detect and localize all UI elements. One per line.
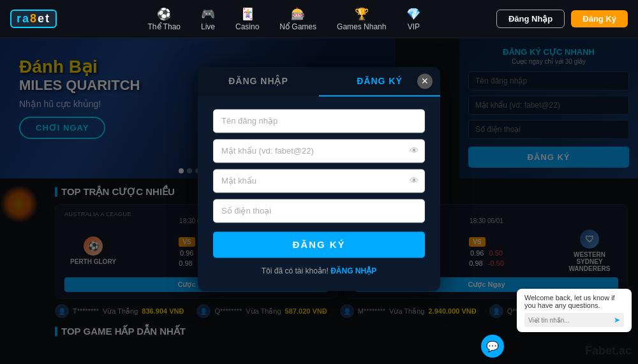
modal-footer: Tôi đã có tài khoản! ĐĂNG NHẬP: [213, 266, 425, 275]
modal-close-button[interactable]: ✕: [417, 73, 433, 89]
modal-body: 👁 👁 ĐĂNG KÝ Tôi đã có tài khoản! ĐĂNG NH…: [198, 96, 440, 291]
chat-message: Welcome back, let us know if you have an…: [524, 294, 624, 309]
vip-icon: 💎: [406, 7, 420, 21]
chat-input[interactable]: [528, 317, 611, 324]
trophy-icon: 🏆: [355, 7, 369, 21]
register-password-input[interactable]: [213, 139, 425, 163]
main-nav: ⚽ Thể Thao 🎮 Live 🃏 Casino 🎰 Nổ Games 🏆 …: [72, 4, 496, 34]
nav-the-thao[interactable]: ⚽ Thể Thao: [139, 4, 189, 34]
tab-login[interactable]: ĐĂNG NHẬP: [198, 67, 319, 96]
nav-casino[interactable]: 🃏 Casino: [226, 4, 268, 34]
login-button[interactable]: Đăng Nhập: [496, 10, 565, 28]
register-confirm-input[interactable]: [213, 169, 425, 193]
footer-login-link[interactable]: ĐĂNG NHẬP: [330, 266, 376, 275]
header: ra8et ⚽ Thể Thao 🎮 Live 🃏 Casino 🎰 Nổ Ga…: [0, 0, 638, 38]
casino-icon: 🃏: [241, 7, 255, 21]
nav-games-nhanh[interactable]: 🏆 Games Nhanh: [328, 4, 395, 34]
nav-label: Games Nhanh: [337, 22, 386, 31]
main-area: Đánh Bại MILES QUARITCH Nhận hũ cực khủn…: [0, 38, 638, 364]
nav-label: VIP: [408, 22, 420, 31]
footer-text: Tôi đã có tài khoản!: [262, 266, 329, 275]
password-eye-icon[interactable]: 👁: [410, 145, 419, 156]
chat-send-button[interactable]: ➤: [614, 316, 620, 324]
register-modal: ĐĂNG NHẬP ĐĂNG KÝ ✕ 👁 👁 ĐĂNG KÝ Tôi đã c…: [198, 67, 440, 291]
chat-bubble-button[interactable]: 💬: [481, 335, 504, 358]
chat-widget: Welcome back, let us know if you have an…: [517, 289, 632, 332]
nav-label: Live: [201, 22, 215, 31]
slots-icon: 🎰: [291, 7, 305, 21]
register-phone-input[interactable]: [213, 199, 425, 222]
modal-tabs: ĐĂNG NHẬP ĐĂNG KÝ: [198, 67, 440, 96]
nav-vip[interactable]: 💎 VIP: [397, 4, 429, 34]
logo[interactable]: ra8et: [10, 10, 57, 28]
sports-icon: ⚽: [157, 7, 171, 21]
register-username-input[interactable]: [213, 109, 425, 133]
nav-label: Thể Thao: [148, 22, 181, 31]
register-password-wrap: 👁: [213, 139, 425, 163]
modal-submit-button[interactable]: ĐĂNG KÝ: [213, 231, 425, 258]
live-icon: 🎮: [201, 7, 215, 21]
nav-label: Casino: [235, 22, 259, 31]
header-buttons: Đăng Nhập Đăng Ký: [496, 10, 628, 28]
chat-input-row: ➤: [524, 313, 624, 327]
register-confirm-wrap: 👁: [213, 169, 425, 193]
logo-text: ra: [17, 12, 30, 25]
nav-label: Nổ Games: [279, 22, 316, 31]
confirm-eye-icon[interactable]: 👁: [410, 175, 419, 186]
nav-no-games[interactable]: 🎰 Nổ Games: [271, 4, 325, 34]
register-button[interactable]: Đăng Ký: [571, 10, 628, 27]
nav-live[interactable]: 🎮 Live: [192, 4, 224, 34]
